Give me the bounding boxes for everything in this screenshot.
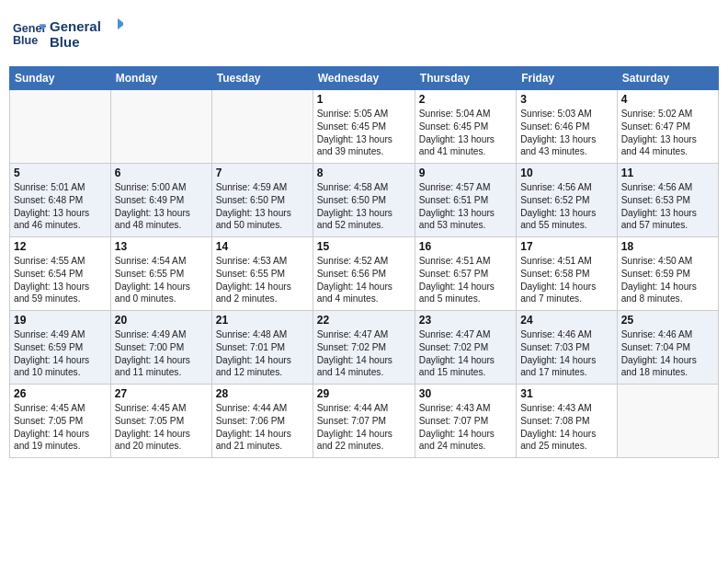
day-number: 30 (419, 387, 512, 400)
week-row-1: 1Sunrise: 5:05 AM Sunset: 6:45 PM Daylig… (10, 90, 719, 164)
day-info: Sunrise: 4:45 AM Sunset: 7:05 PM Dayligh… (115, 402, 208, 453)
day-number: 23 (419, 314, 512, 327)
day-info: Sunrise: 4:43 AM Sunset: 7:07 PM Dayligh… (419, 402, 512, 453)
day-number: 7 (216, 167, 309, 179)
calendar-cell: 1Sunrise: 5:05 AM Sunset: 6:45 PM Daylig… (313, 90, 415, 164)
calendar-table: SundayMondayTuesdayWednesdayThursdayFrid… (9, 66, 719, 458)
calendar-cell: 27Sunrise: 4:45 AM Sunset: 7:05 PM Dayli… (110, 385, 211, 458)
weekday-header-thursday: Thursday (415, 67, 516, 90)
week-row-5: 26Sunrise: 4:45 AM Sunset: 7:05 PM Dayli… (10, 385, 719, 458)
day-info: Sunrise: 4:44 AM Sunset: 7:07 PM Dayligh… (317, 402, 411, 453)
calendar-cell: 18Sunrise: 4:50 AM Sunset: 6:59 PM Dayli… (617, 237, 718, 311)
week-row-4: 19Sunrise: 4:49 AM Sunset: 6:59 PM Dayli… (10, 311, 719, 385)
day-info: Sunrise: 4:48 AM Sunset: 7:01 PM Dayligh… (216, 328, 309, 379)
calendar-cell: 2Sunrise: 5:04 AM Sunset: 6:45 PM Daylig… (415, 90, 516, 164)
day-info: Sunrise: 5:00 AM Sunset: 6:49 PM Dayligh… (115, 181, 208, 232)
day-info: Sunrise: 4:49 AM Sunset: 7:00 PM Dayligh… (115, 328, 208, 379)
day-info: Sunrise: 4:47 AM Sunset: 7:02 PM Dayligh… (317, 328, 411, 379)
calendar-cell: 10Sunrise: 4:56 AM Sunset: 6:52 PM Dayli… (517, 164, 618, 237)
calendar-cell: 8Sunrise: 4:58 AM Sunset: 6:50 PM Daylig… (313, 164, 415, 237)
day-number: 21 (216, 314, 309, 327)
calendar-cell: 29Sunrise: 4:44 AM Sunset: 7:07 PM Dayli… (313, 385, 415, 458)
calendar-cell: 7Sunrise: 4:59 AM Sunset: 6:50 PM Daylig… (211, 164, 313, 237)
day-info: Sunrise: 4:50 AM Sunset: 6:59 PM Dayligh… (621, 255, 714, 305)
day-info: Sunrise: 5:01 AM Sunset: 6:48 PM Dayligh… (14, 181, 107, 232)
page-header: General Blue General Blue (9, 9, 719, 59)
calendar-cell: 9Sunrise: 4:57 AM Sunset: 6:51 PM Daylig… (415, 164, 516, 237)
logo-icon: General Blue (13, 17, 46, 51)
day-number: 1 (317, 93, 411, 106)
calendar-cell: 15Sunrise: 4:52 AM Sunset: 6:56 PM Dayli… (313, 237, 415, 311)
calendar-cell: 22Sunrise: 4:47 AM Sunset: 7:02 PM Dayli… (313, 311, 415, 385)
day-info: Sunrise: 4:57 AM Sunset: 6:51 PM Dayligh… (419, 181, 512, 232)
day-info: Sunrise: 4:55 AM Sunset: 6:54 PM Dayligh… (14, 255, 107, 305)
day-info: Sunrise: 4:45 AM Sunset: 7:05 PM Dayligh… (14, 402, 107, 453)
day-number: 6 (115, 167, 208, 179)
logo: General Blue General Blue (13, 15, 123, 53)
weekday-header-monday: Monday (110, 67, 211, 90)
day-info: Sunrise: 4:54 AM Sunset: 6:55 PM Dayligh… (115, 255, 208, 305)
day-info: Sunrise: 4:56 AM Sunset: 6:53 PM Dayligh… (621, 181, 714, 232)
day-number: 29 (317, 387, 411, 400)
calendar-cell: 26Sunrise: 4:45 AM Sunset: 7:05 PM Dayli… (10, 385, 111, 458)
day-info: Sunrise: 5:04 AM Sunset: 6:45 PM Dayligh… (419, 108, 512, 158)
week-row-2: 5Sunrise: 5:01 AM Sunset: 6:48 PM Daylig… (10, 164, 719, 237)
day-number: 4 (621, 93, 714, 106)
day-info: Sunrise: 4:59 AM Sunset: 6:50 PM Dayligh… (216, 181, 309, 232)
calendar-cell (10, 90, 111, 164)
calendar-cell: 17Sunrise: 4:51 AM Sunset: 6:58 PM Dayli… (517, 237, 618, 311)
logo-svg: General Blue (50, 15, 123, 53)
day-number: 12 (14, 240, 107, 253)
weekday-header-sunday: Sunday (10, 67, 111, 90)
calendar-cell: 5Sunrise: 5:01 AM Sunset: 6:48 PM Daylig… (10, 164, 111, 237)
calendar-cell: 28Sunrise: 4:44 AM Sunset: 7:06 PM Dayli… (211, 385, 313, 458)
svg-marker-5 (118, 18, 123, 29)
calendar-cell (211, 90, 313, 164)
day-number: 18 (621, 240, 714, 253)
day-info: Sunrise: 4:44 AM Sunset: 7:06 PM Dayligh… (216, 402, 309, 453)
calendar-cell: 14Sunrise: 4:53 AM Sunset: 6:55 PM Dayli… (211, 237, 313, 311)
day-number: 31 (520, 387, 613, 400)
day-number: 5 (14, 167, 107, 179)
calendar-cell: 24Sunrise: 4:46 AM Sunset: 7:03 PM Dayli… (517, 311, 618, 385)
calendar-cell: 13Sunrise: 4:54 AM Sunset: 6:55 PM Dayli… (110, 237, 211, 311)
calendar-cell: 4Sunrise: 5:02 AM Sunset: 6:47 PM Daylig… (617, 90, 718, 164)
day-number: 14 (216, 240, 309, 253)
svg-text:Blue: Blue (13, 34, 38, 47)
day-info: Sunrise: 4:46 AM Sunset: 7:03 PM Dayligh… (520, 328, 613, 379)
calendar-cell: 25Sunrise: 4:46 AM Sunset: 7:04 PM Dayli… (617, 311, 718, 385)
calendar-cell: 16Sunrise: 4:51 AM Sunset: 6:57 PM Dayli… (415, 237, 516, 311)
calendar-cell (110, 90, 211, 164)
calendar-cell: 12Sunrise: 4:55 AM Sunset: 6:54 PM Dayli… (10, 237, 111, 311)
day-number: 27 (115, 387, 208, 400)
day-number: 11 (621, 167, 714, 179)
day-number: 2 (419, 93, 512, 106)
day-info: Sunrise: 4:52 AM Sunset: 6:56 PM Dayligh… (317, 255, 411, 305)
day-number: 9 (419, 167, 512, 179)
calendar-cell (617, 385, 718, 458)
weekday-header-friday: Friday (517, 67, 618, 90)
day-info: Sunrise: 5:02 AM Sunset: 6:47 PM Dayligh… (621, 108, 714, 158)
day-info: Sunrise: 5:05 AM Sunset: 6:45 PM Dayligh… (317, 108, 411, 158)
day-number: 13 (115, 240, 208, 253)
weekday-header-saturday: Saturday (617, 67, 718, 90)
day-info: Sunrise: 4:58 AM Sunset: 6:50 PM Dayligh… (317, 181, 411, 232)
day-number: 17 (520, 240, 613, 253)
svg-text:Blue: Blue (50, 34, 80, 50)
day-info: Sunrise: 4:46 AM Sunset: 7:04 PM Dayligh… (621, 328, 714, 379)
day-number: 15 (317, 240, 411, 253)
day-info: Sunrise: 4:43 AM Sunset: 7:08 PM Dayligh… (520, 402, 613, 453)
day-number: 20 (115, 314, 208, 327)
day-info: Sunrise: 5:03 AM Sunset: 6:46 PM Dayligh… (520, 108, 613, 158)
calendar-cell: 11Sunrise: 4:56 AM Sunset: 6:53 PM Dayli… (617, 164, 718, 237)
calendar-cell: 31Sunrise: 4:43 AM Sunset: 7:08 PM Dayli… (517, 385, 618, 458)
calendar-cell: 21Sunrise: 4:48 AM Sunset: 7:01 PM Dayli… (211, 311, 313, 385)
day-number: 28 (216, 387, 309, 400)
day-info: Sunrise: 4:51 AM Sunset: 6:57 PM Dayligh… (419, 255, 512, 305)
calendar-cell: 19Sunrise: 4:49 AM Sunset: 6:59 PM Dayli… (10, 311, 111, 385)
day-info: Sunrise: 4:56 AM Sunset: 6:52 PM Dayligh… (520, 181, 613, 232)
calendar-cell: 3Sunrise: 5:03 AM Sunset: 6:46 PM Daylig… (517, 90, 618, 164)
day-info: Sunrise: 4:47 AM Sunset: 7:02 PM Dayligh… (419, 328, 512, 379)
calendar-cell: 23Sunrise: 4:47 AM Sunset: 7:02 PM Dayli… (415, 311, 516, 385)
day-info: Sunrise: 4:49 AM Sunset: 6:59 PM Dayligh… (14, 328, 107, 379)
